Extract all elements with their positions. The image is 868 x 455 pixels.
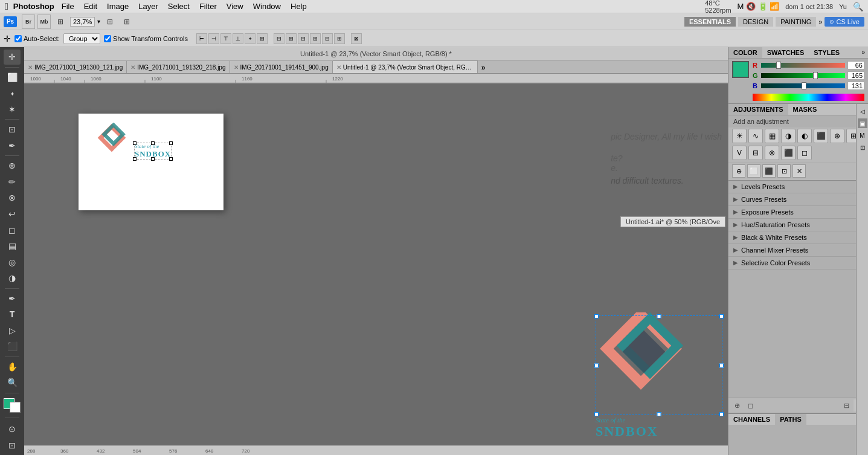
screen-mode[interactable]: ⊡: [4, 438, 21, 453]
arrange-icon[interactable]: ⊞: [120, 15, 134, 29]
adj-icon-invert[interactable]: ⊕: [830, 129, 844, 143]
canvas-area[interactable]: Untitled-1 @ 23,7% (Vector Smart Object,…: [24, 47, 728, 455]
adj-icon-5[interactable]: V: [732, 146, 747, 160]
apple-icon[interactable]: : [5, 1, 8, 12]
side-icon-1[interactable]: ◁: [858, 106, 867, 116]
menu-filter[interactable]: Filter: [194, 1, 222, 12]
history-brush[interactable]: ↩: [4, 207, 21, 222]
tab-0[interactable]: ✕ IMG_20171001_191300_121.jpg: [24, 61, 127, 73]
background-color[interactable]: [10, 402, 21, 413]
b-value[interactable]: 131: [847, 82, 864, 90]
menu-image[interactable]: Image: [102, 1, 133, 12]
panel-icon-3[interactable]: ⊟: [840, 399, 852, 411]
distribute-6[interactable]: ⊞: [334, 33, 345, 44]
tab-3-active[interactable]: ✕ Untitled-1 @ 23,7% (Vector Smart Objec…: [333, 60, 478, 73]
menu-select[interactable]: Select: [163, 1, 194, 12]
adj-icon-exposure[interactable]: ◑: [781, 129, 796, 143]
color-spectrum[interactable]: [753, 94, 864, 101]
adj-tab-adjustments[interactable]: ADJUSTMENTS: [728, 104, 788, 115]
g-value[interactable]: 165: [847, 71, 864, 80]
swatches-tab[interactable]: SWATCHES: [762, 47, 809, 58]
cs-live-btn[interactable]: ⊙CS Live: [825, 17, 864, 27]
tab-0-close[interactable]: ✕: [28, 64, 33, 71]
preset-bw[interactable]: ▶ Black & White Presets: [728, 231, 868, 244]
side-icon-3[interactable]: M: [858, 131, 867, 140]
quick-mask[interactable]: ⊙: [4, 422, 21, 437]
eraser-tool[interactable]: ◻: [4, 222, 21, 237]
show-transform-checkbox[interactable]: [104, 35, 111, 42]
adj-bottom-4[interactable]: ⊡: [777, 164, 791, 178]
distribute-4[interactable]: ⊞: [310, 33, 321, 44]
br-btn[interactable]: Br: [22, 15, 35, 29]
adj-icon-9[interactable]: ◻: [797, 146, 812, 160]
zoom-dropdown[interactable]: ▾: [97, 18, 100, 25]
adj-icon-huesat[interactable]: ◐: [797, 129, 812, 143]
auto-select-checkbox[interactable]: [14, 35, 22, 42]
mb-btn[interactable]: Mb: [37, 15, 51, 29]
tab-1-close[interactable]: ✕: [130, 64, 135, 71]
side-icon-4[interactable]: ⊡: [858, 143, 867, 152]
menu-file[interactable]: File: [57, 1, 79, 12]
distribute-3[interactable]: ⊟: [298, 33, 309, 44]
adj-icon-curves[interactable]: ∿: [748, 129, 763, 143]
painting-btn[interactable]: PAINTING: [776, 17, 816, 27]
menu-view[interactable]: View: [222, 1, 248, 12]
color-preview-swatch[interactable]: [732, 61, 749, 78]
adj-bottom-5[interactable]: ✕: [792, 164, 806, 178]
gradient-tool[interactable]: ▤: [4, 239, 21, 254]
side-icon-2[interactable]: ▣: [858, 118, 867, 128]
align-top[interactable]: ⊥: [233, 33, 243, 44]
preset-selcolor[interactable]: ▶ Selective Color Presets: [728, 257, 868, 269]
magic-wand-tool[interactable]: ✶: [4, 102, 21, 117]
menu-edit[interactable]: Edit: [79, 1, 102, 12]
workspace-more[interactable]: »: [818, 18, 822, 25]
panel-icon-2[interactable]: ◻: [744, 399, 756, 411]
healing-tool[interactable]: ⊕: [4, 158, 21, 173]
menu-layer[interactable]: Layer: [133, 1, 163, 12]
menu-window[interactable]: Window: [248, 1, 286, 12]
move-tool-icon[interactable]: ✛: [4, 34, 11, 44]
align-bottom[interactable]: ⊞: [257, 33, 268, 44]
tab-2-close[interactable]: ✕: [234, 64, 239, 71]
preset-exposure[interactable]: ▶ Exposure Presets: [728, 206, 868, 219]
dodge-tool[interactable]: ◑: [4, 271, 21, 286]
lasso-tool[interactable]: ⬧: [4, 86, 21, 101]
adj-icon-8[interactable]: ⬛: [781, 146, 796, 160]
distribute-2[interactable]: ⊞: [286, 33, 297, 44]
adj-icon-7[interactable]: ⊗: [765, 146, 779, 160]
view-grid[interactable]: ⊟: [103, 15, 117, 29]
shape-tool[interactable]: ⬛: [4, 339, 21, 354]
adj-bottom-3[interactable]: ⬛: [762, 164, 776, 178]
panel-icon-1[interactable]: ⊕: [731, 399, 743, 411]
tabs-more[interactable]: »: [478, 62, 489, 73]
zoom-tool[interactable]: 🔍: [4, 375, 21, 390]
color-panel-expand[interactable]: »: [858, 47, 868, 58]
align-center-h[interactable]: ⊣: [208, 33, 219, 44]
adj-bottom-1[interactable]: ⊕: [732, 164, 745, 178]
brush-tool[interactable]: ✏: [4, 175, 21, 190]
auto-arrange[interactable]: ⊠: [351, 33, 362, 44]
preset-curves[interactable]: ▶ Curves Presets: [728, 193, 868, 206]
distribute-1[interactable]: ⊟: [274, 33, 285, 44]
tab-3-close[interactable]: ✕: [336, 64, 341, 71]
align-left[interactable]: ⊢: [196, 33, 207, 44]
adj-icon-6[interactable]: ⊟: [748, 146, 763, 160]
align-center-v[interactable]: +: [245, 33, 256, 44]
adj-tab-masks[interactable]: MASKS: [788, 104, 822, 115]
distribute-5[interactable]: ⊟: [322, 33, 333, 44]
move-tool[interactable]: ✛: [4, 50, 21, 65]
preset-levels[interactable]: ▶ Levels Presets: [728, 181, 868, 193]
menu-help[interactable]: Help: [286, 1, 312, 12]
crop-tool[interactable]: ⊡: [4, 122, 21, 137]
search-icon[interactable]: 🔍: [853, 2, 863, 11]
tab-2[interactable]: ✕ IMG_20171001_191451_900.jpg: [230, 61, 333, 73]
workspace-grid[interactable]: ⊞: [53, 15, 68, 29]
adj-icon-bw[interactable]: ⬛: [814, 129, 828, 143]
blur-tool[interactable]: ◎: [4, 254, 21, 269]
adj-icon-brightness[interactable]: ☀: [732, 129, 747, 143]
preset-channelmix[interactable]: ▶ Channel Mixer Presets: [728, 244, 868, 257]
eyedropper-tool[interactable]: ✒: [4, 138, 21, 153]
type-tool[interactable]: T: [4, 307, 21, 322]
channels-tab[interactable]: CHANNELS: [728, 414, 775, 425]
adj-bottom-2[interactable]: ⬜: [747, 164, 760, 178]
